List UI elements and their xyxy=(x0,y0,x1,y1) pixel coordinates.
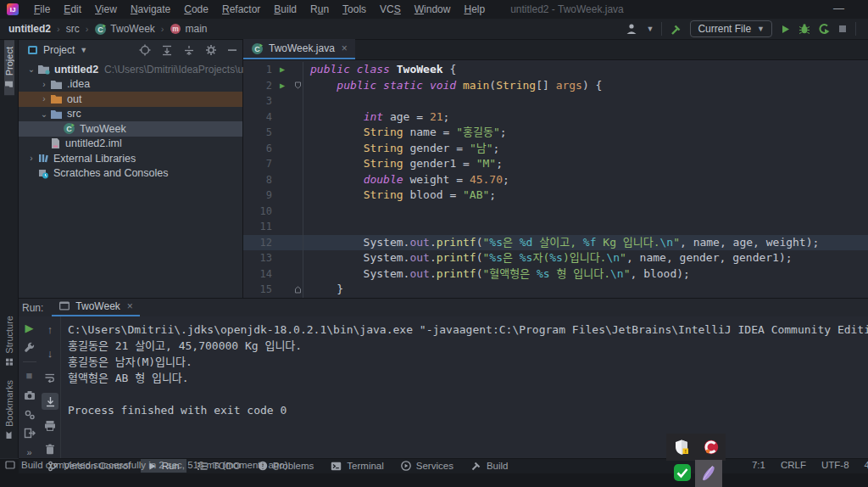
menu-file[interactable]: File xyxy=(27,2,57,17)
expand-all-button[interactable] xyxy=(161,45,173,56)
indent-size[interactable]: 4 xyxy=(865,460,868,470)
code-line-9[interactable]: 9 String blood = "AB"; xyxy=(243,188,868,204)
breadcrumb: untitled2›src›CTwoWeek›mmain xyxy=(0,23,208,36)
tree-item-scratches-and-consoles[interactable]: Scratches and Consoles xyxy=(19,166,242,182)
tree-item-untitled2-iml[interactable]: untitled2.iml xyxy=(19,137,242,152)
code-line-13[interactable]: 13 System.out.printf("%s은 %s자(%s)입니다.\n"… xyxy=(243,250,868,266)
menu-run[interactable]: Run xyxy=(303,2,336,17)
more-options-button[interactable]: » xyxy=(21,446,38,457)
caret-position[interactable]: 7:1 xyxy=(752,460,765,470)
run-tab-twoweek[interactable]: TwoWeek × xyxy=(52,300,139,316)
tree-item-src[interactable]: ⌄src xyxy=(19,107,242,122)
scroll-to-end-button[interactable] xyxy=(42,393,58,409)
svg-text:m: m xyxy=(173,25,180,33)
stripe-tab-bookmarks[interactable]: Bookmarks xyxy=(4,373,14,446)
menu-view[interactable]: View xyxy=(88,2,124,17)
line-ending[interactable]: CRLF xyxy=(781,460,806,470)
stop-button[interactable] xyxy=(837,24,848,34)
console-output[interactable]: C:\Users\Dmitrii\.jdks\openjdk-18.0.2.1\… xyxy=(61,316,868,458)
tree-item-untitled2[interactable]: ⌄untitled2C:\Users\Dmitrii\IdeaProjects\… xyxy=(19,62,242,77)
menu-vcs[interactable]: VCS xyxy=(373,2,408,17)
code-line-5[interactable]: 5 String name = "홍길동"; xyxy=(243,125,868,141)
breadcrumb-item-src[interactable]: src xyxy=(66,23,80,35)
services-icon xyxy=(401,461,411,471)
code-line-15[interactable]: 15 } xyxy=(243,282,868,298)
menu-window[interactable]: Window xyxy=(408,2,458,17)
close-icon[interactable]: × xyxy=(127,300,133,312)
build-hammer-icon[interactable] xyxy=(670,23,682,36)
tree-item-twoweek[interactable]: CTwoWeek xyxy=(19,121,242,137)
locate-file-button[interactable] xyxy=(139,44,151,56)
code-line-1[interactable]: 1▶public class TwoWeek { xyxy=(243,62,868,78)
hide-panel-button[interactable] xyxy=(227,48,237,52)
up-stacktrace-button[interactable]: ↑ xyxy=(42,322,58,338)
defender-shield-icon[interactable]: ! xyxy=(673,439,690,456)
chevron-right-icon[interactable]: › xyxy=(38,80,50,89)
stripe-tab-project[interactable]: Project xyxy=(4,40,14,95)
menu-build[interactable]: Build xyxy=(267,2,303,17)
code-line-14[interactable]: 14 System.out.printf("혈액형은 %s 형 입니다.\n",… xyxy=(243,266,868,283)
code-line-11[interactable]: 11 xyxy=(243,219,868,235)
collapse-all-button[interactable] xyxy=(183,45,195,56)
minimize-button[interactable]: — xyxy=(833,2,844,14)
breadcrumb-item-twoweek[interactable]: CTwoWeek xyxy=(94,23,154,36)
stripe-tab-structure[interactable]: Structure xyxy=(4,309,14,373)
menu-refactor[interactable]: Refactor xyxy=(215,2,267,17)
breadcrumb-item-main[interactable]: mmain xyxy=(170,23,207,35)
close-icon[interactable]: × xyxy=(342,42,348,54)
code-line-12[interactable]: 12 System.out.printf("%s은 %d 살이고, %f Kg … xyxy=(243,235,868,251)
menu-edit[interactable]: Edit xyxy=(57,2,88,17)
debug-button[interactable] xyxy=(798,23,810,35)
camera-icon[interactable] xyxy=(21,389,38,400)
code-line-2[interactable]: 2▶ public static void main(String[] args… xyxy=(243,78,868,94)
restore-layout-icon[interactable] xyxy=(21,428,38,439)
antivirus-check-icon[interactable] xyxy=(673,463,692,482)
chevron-down-icon[interactable]: ⌄ xyxy=(25,64,37,74)
menu-tools[interactable]: Tools xyxy=(336,2,373,17)
code-line-6[interactable]: 6 String gender = "남"; xyxy=(243,141,868,157)
editor-tab-twoweek[interactable]: C TwoWeek.java × xyxy=(243,39,355,59)
fold-column xyxy=(292,235,303,251)
tree-item-out[interactable]: ›out xyxy=(19,92,242,107)
code-line-3[interactable]: 3 xyxy=(243,93,868,109)
rerun-button[interactable]: ▶ xyxy=(21,322,38,334)
code-line-7[interactable]: 7 String gender1 = "M"; xyxy=(243,156,868,172)
toolbar-terminal[interactable]: Terminal xyxy=(324,459,390,473)
fold-up-icon[interactable] xyxy=(292,282,303,298)
breadcrumb-item-untitled2[interactable]: untitled2 xyxy=(8,23,51,35)
code-editor[interactable]: 1▶public class TwoWeek {2▶ public static… xyxy=(243,60,868,298)
tree-item-external-libraries[interactable]: ›External Libraries xyxy=(19,151,242,166)
run-config-select[interactable]: Current File ▼ xyxy=(690,20,772,37)
cleaner-icon[interactable] xyxy=(703,439,720,456)
run-line-button[interactable]: ▶ xyxy=(272,62,292,78)
soft-wrap-button[interactable] xyxy=(42,369,58,385)
menu-help[interactable]: Help xyxy=(457,2,492,17)
clear-all-icon[interactable] xyxy=(42,441,58,457)
chevron-down-icon[interactable]: ⌄ xyxy=(38,109,50,119)
down-stacktrace-button[interactable]: ↓ xyxy=(42,345,58,361)
profiler-button[interactable] xyxy=(818,23,830,35)
chevron-right-icon[interactable]: › xyxy=(38,94,50,104)
menu-navigate[interactable]: Navigate xyxy=(124,2,177,17)
menu-code[interactable]: Code xyxy=(177,2,215,17)
gear-icon[interactable] xyxy=(205,44,217,56)
run-line-button[interactable]: ▶ xyxy=(272,78,292,94)
wrench-icon[interactable] xyxy=(21,342,38,354)
toolbar-build[interactable]: Build xyxy=(464,459,515,473)
profile-icon[interactable] xyxy=(626,23,638,35)
code-token: ; xyxy=(503,173,509,186)
chevron-right-icon[interactable]: › xyxy=(25,154,37,163)
stop-button-disabled[interactable]: ■ xyxy=(21,369,38,382)
feather-tray-icon[interactable] xyxy=(695,460,722,487)
code-line-8[interactable]: 8 double weight = 45.70; xyxy=(243,172,868,188)
code-line-4[interactable]: 4 int age = 21; xyxy=(243,109,868,126)
fold-down-icon[interactable] xyxy=(292,78,303,94)
run-button[interactable] xyxy=(780,24,791,35)
encoding[interactable]: UTF-8 xyxy=(821,460,849,470)
tree-item--idea[interactable]: ›.idea xyxy=(19,77,242,92)
gears-icon[interactable] xyxy=(21,409,38,420)
print-icon[interactable] xyxy=(42,417,58,434)
toolbar-services[interactable]: Services xyxy=(394,459,460,473)
project-view-caret-icon[interactable]: ▼ xyxy=(80,46,87,54)
code-line-10[interactable]: 10 xyxy=(243,204,868,220)
